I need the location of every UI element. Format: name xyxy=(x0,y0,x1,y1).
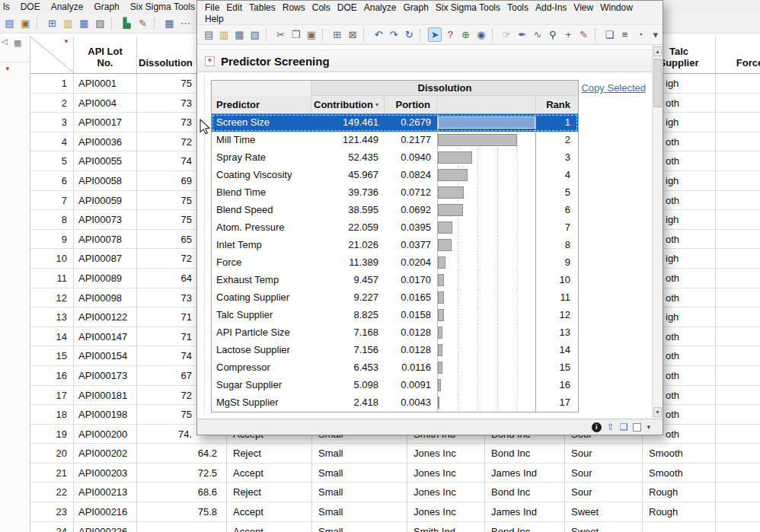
api-lot-cell[interactable]: API00087 xyxy=(74,249,137,269)
menu-ls[interactable]: ls xyxy=(3,2,10,12)
window-list-icon[interactable]: ❏ xyxy=(602,27,616,42)
paste-icon[interactable]: ▣ xyxy=(305,27,318,42)
toolbar-overflow-icon[interactable]: ▾ xyxy=(649,27,663,42)
column-header-force[interactable]: Force xyxy=(716,37,760,73)
surface-cell[interactable]: Rough xyxy=(643,483,716,502)
dissolution-cell[interactable]: 64.2 xyxy=(137,444,227,464)
lock-icon[interactable]: ⊠ xyxy=(346,27,359,42)
row-number[interactable]: 20 xyxy=(30,444,74,464)
row-number[interactable]: 2 xyxy=(30,94,74,113)
menu-rows[interactable]: Rows xyxy=(283,2,305,13)
row-number[interactable]: 9 xyxy=(30,230,74,250)
script-icon[interactable]: ⊞ xyxy=(331,27,344,42)
copy-selected-link[interactable]: Copy Selected xyxy=(581,82,646,94)
column-header-contribution[interactable]: Contribution ▾ xyxy=(311,96,385,113)
undo-icon[interactable]: ↶ xyxy=(372,27,385,42)
api-lot-cell[interactable]: API000202 xyxy=(74,444,137,464)
supplier2-cell[interactable]: James Ind xyxy=(485,502,565,522)
row-number[interactable]: 13 xyxy=(30,307,74,327)
api-lot-cell[interactable]: API00098 xyxy=(74,288,137,308)
copy-icon[interactable]: ❐ xyxy=(289,27,303,42)
magnifier-tool-icon[interactable]: ⚲ xyxy=(546,27,560,42)
more-icon[interactable]: ⋯ xyxy=(178,16,193,30)
api-lot-cell[interactable]: API000181 xyxy=(74,386,137,406)
info-icon[interactable]: i xyxy=(592,422,602,432)
contribution-menu-caret-icon[interactable]: ▾ xyxy=(375,96,382,113)
row-number[interactable]: 8 xyxy=(30,210,74,230)
menu-doe[interactable]: DOE xyxy=(337,2,357,13)
api-lot-cell[interactable]: API00073 xyxy=(74,210,137,230)
row-number[interactable]: 21 xyxy=(30,464,74,483)
supplier1-cell[interactable]: Jones Inc xyxy=(407,464,485,483)
script-window-icon[interactable]: ▤ xyxy=(2,16,17,30)
surface-cell[interactable]: Smooth xyxy=(643,444,716,464)
row-number[interactable]: 16 xyxy=(30,366,74,386)
menu-tools[interactable]: Tools xyxy=(507,2,528,13)
clipboard-icon[interactable]: ▣ xyxy=(18,16,33,30)
taste-cell[interactable]: Sweet xyxy=(565,502,643,522)
api-lot-cell[interactable]: API000147 xyxy=(74,327,137,347)
size-cell[interactable]: Small xyxy=(312,444,407,464)
api-lot-cell[interactable]: API0004 xyxy=(74,94,137,113)
row-number[interactable]: 10 xyxy=(30,249,74,269)
api-lot-cell[interactable]: API000200 xyxy=(74,425,137,444)
status-cell[interactable]: Accept xyxy=(227,502,312,522)
menu-add-ins[interactable]: Add-Ins xyxy=(535,2,567,13)
predictor-row-blend-speed[interactable]: Blend Speed38.5950.06926 xyxy=(212,202,578,219)
predictor-row-inlet-temp[interactable]: Inlet Temp21.0260.03778 xyxy=(212,237,578,254)
api-lot-cell[interactable]: API000203 xyxy=(74,464,137,483)
row-number[interactable]: 23 xyxy=(30,502,74,522)
row-number[interactable]: 17 xyxy=(30,386,74,406)
predictor-row-exhaust-temp[interactable]: Exhaust Temp9.4570.017010 xyxy=(212,272,578,289)
help-tool-icon[interactable]: ? xyxy=(443,27,457,42)
dissolution-cell[interactable]: 75.8 xyxy=(137,502,227,522)
save-all-icon[interactable]: ▧ xyxy=(248,27,262,42)
column-header-predictor[interactable]: Predictor xyxy=(212,96,311,113)
chart-icon[interactable]: ▙ xyxy=(120,16,134,30)
size-cell[interactable]: Small xyxy=(312,522,407,532)
checkbox-icon[interactable] xyxy=(633,423,641,432)
api-lot-cell[interactable]: API0001 xyxy=(74,74,137,94)
column-header-api-lot[interactable]: API Lot No. xyxy=(74,37,137,73)
layout-icon[interactable]: ≡ xyxy=(618,27,631,42)
brush-tool-icon[interactable]: ✒ xyxy=(516,27,529,42)
predictor-row-mgst-supplier[interactable]: MgSt Supplier2.4180.004317 xyxy=(212,394,578,412)
table-row-21[interactable]: 21API00020372.5AcceptSmallJones IncJames… xyxy=(30,464,760,483)
status-cell[interactable]: Reject xyxy=(227,444,312,464)
supplier2-cell[interactable]: Bond Inc xyxy=(485,444,565,464)
scroll-up-icon[interactable]: ⇧ xyxy=(607,422,615,432)
pencil-tool-icon[interactable]: ✎ xyxy=(576,27,590,42)
api-lot-cell[interactable]: API00055 xyxy=(74,151,137,171)
new-table-icon[interactable]: ⊞ xyxy=(45,16,59,30)
row-number[interactable]: 19 xyxy=(30,425,74,444)
row-number[interactable]: 22 xyxy=(30,483,74,502)
menu-analyze[interactable]: Analyze xyxy=(51,2,84,12)
supplier2-cell[interactable]: James Ind xyxy=(485,464,565,483)
menu-help[interactable]: Help xyxy=(205,14,224,24)
predictor-row-atom-pressure[interactable]: Atom. Pressure22.0590.03957 xyxy=(212,219,578,237)
panel-collapse-icon[interactable]: ◁ xyxy=(2,37,8,46)
table-row-24[interactable]: 24API000226AcceptSmallSmith IndBond IncS… xyxy=(30,522,760,532)
supplier1-cell[interactable]: Jones Inc xyxy=(407,502,485,522)
open-icon[interactable]: ▥ xyxy=(217,27,231,42)
cut-icon[interactable]: ✂ xyxy=(273,27,287,42)
menu-view[interactable]: View xyxy=(573,2,593,13)
scrollbar-up-icon[interactable]: ▲ xyxy=(653,46,662,56)
predictor-row-lactose-supplier[interactable]: Lactose Supplier7.1560.012814 xyxy=(212,342,578,359)
table-row-22[interactable]: 22API00021368.6RejectSmallJones IncBond … xyxy=(30,483,760,502)
vertical-scrollbar[interactable]: ▲ ▼ xyxy=(652,45,663,419)
api-lot-cell[interactable]: API000198 xyxy=(74,405,137,425)
menu-edit[interactable]: Edit xyxy=(226,2,242,13)
open-table-icon[interactable]: ▥ xyxy=(61,16,75,30)
status-cell[interactable]: Accept xyxy=(227,464,312,483)
row-number[interactable]: 24 xyxy=(30,522,74,532)
api-lot-cell[interactable]: API00078 xyxy=(74,230,137,250)
size-cell[interactable]: Small xyxy=(312,483,407,502)
disclosure-triangle-icon[interactable]: ▼ xyxy=(205,56,215,66)
predictor-row-coating-supplier[interactable]: Coating Supplier9.2270.016511 xyxy=(212,289,578,307)
row-number[interactable]: 4 xyxy=(30,132,74,152)
api-lot-cell[interactable]: API00089 xyxy=(74,269,137,288)
menu-six-sigma-tools[interactable]: Six Sigma Tools xyxy=(130,2,195,12)
api-lot-cell[interactable]: API00059 xyxy=(74,191,137,211)
print-icon[interactable]: ▨ xyxy=(93,16,107,30)
